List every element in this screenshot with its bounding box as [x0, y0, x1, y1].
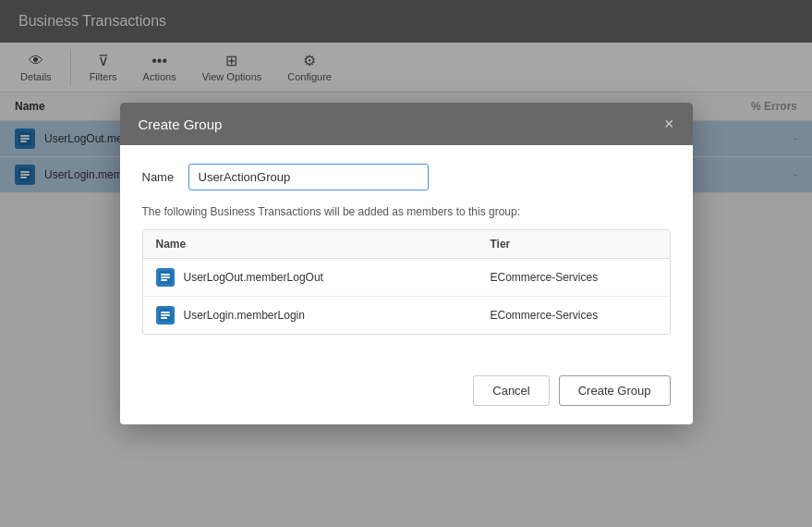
- inner-table-header: Name Tier: [143, 230, 670, 259]
- cancel-button[interactable]: Cancel: [473, 375, 549, 406]
- inner-row-tier-1: ECommerce-Services: [491, 309, 657, 322]
- modal-close-button[interactable]: ×: [664, 116, 674, 132]
- modal-footer: Cancel Create Group: [120, 372, 693, 424]
- svg-rect-9: [161, 274, 170, 276]
- inner-row-name-0: UserLogOut.memberLogOut: [184, 271, 491, 284]
- name-label: Name: [142, 170, 188, 184]
- inner-row-tier-0: ECommerce-Services: [491, 271, 657, 284]
- modal-title: Create Group: [139, 116, 223, 132]
- create-group-button[interactable]: Create Group: [559, 375, 671, 406]
- inner-row-name-1: UserLogin.memberLogin: [184, 309, 491, 322]
- svg-rect-10: [161, 276, 170, 278]
- name-input[interactable]: [188, 164, 429, 190]
- svg-rect-14: [161, 314, 170, 316]
- modal-header: Create Group ×: [120, 103, 693, 145]
- inner-row-icon-1: [156, 306, 175, 325]
- svg-rect-15: [161, 317, 167, 319]
- name-row: Name: [142, 164, 671, 190]
- inner-table-row-1: UserLogin.memberLogin ECommerce-Services: [143, 297, 670, 334]
- app-container: Business Transactions 👁 Details ⊽ Filter…: [0, 0, 812, 527]
- modal-body: Name The following Business Transactions…: [120, 145, 693, 372]
- inner-col-name-header: Name: [156, 238, 491, 251]
- description-text: The following Business Transactions will…: [142, 205, 671, 218]
- inner-table-row-0: UserLogOut.memberLogOut ECommerce-Servic…: [143, 259, 670, 297]
- inner-row-icon-0: [156, 268, 175, 287]
- modal-overlay: Create Group × Name The following Busine…: [0, 0, 812, 527]
- inner-col-tier-header: Tier: [491, 238, 657, 251]
- svg-rect-13: [161, 312, 170, 313]
- modal-dialog: Create Group × Name The following Busine…: [120, 103, 693, 424]
- svg-rect-11: [161, 279, 167, 281]
- inner-table: Name Tier UserLogOut.memberLog: [142, 229, 671, 335]
